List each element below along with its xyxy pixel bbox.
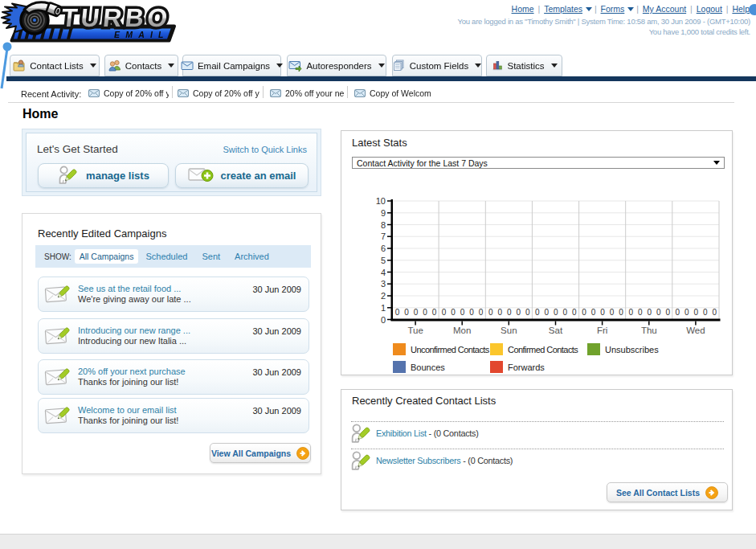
svg-text:Forwards: Forwards (508, 363, 545, 372)
svg-text:0: 0 (381, 315, 386, 325)
svg-text:0: 0 (507, 308, 512, 317)
svg-text:0: 0 (665, 308, 670, 317)
svg-text:TURBO: TURBO (60, 3, 173, 32)
svg-text:2: 2 (381, 291, 386, 301)
svg-text:Fri: Fri (597, 326, 607, 335)
svg-text:Sat: Sat (549, 326, 563, 335)
svg-text:Bounces: Bounces (411, 363, 445, 372)
svg-text:7: 7 (381, 231, 386, 241)
svg-text:0: 0 (591, 308, 596, 317)
svg-text:0: 0 (694, 308, 699, 317)
svg-text:0: 0 (647, 308, 652, 317)
svg-text:0: 0 (423, 308, 427, 317)
svg-text:0: 0 (432, 308, 437, 317)
svg-text:0: 0 (404, 308, 409, 317)
svg-text:5: 5 (381, 256, 386, 265)
svg-text:0: 0 (395, 308, 400, 317)
svg-text:0: 0 (460, 308, 465, 317)
svg-text:6: 6 (381, 244, 386, 253)
svg-text:4: 4 (381, 268, 386, 277)
svg-text:0: 0 (535, 308, 540, 317)
svg-text:0: 0 (656, 308, 661, 317)
svg-text:0: 0 (517, 308, 521, 317)
svg-text:0: 0 (713, 308, 717, 317)
svg-text:0: 0 (488, 308, 493, 317)
svg-text:10: 10 (376, 196, 386, 206)
svg-text:9: 9 (381, 208, 386, 218)
svg-text:Thu: Thu (641, 326, 657, 335)
svg-text:0: 0 (525, 308, 530, 317)
svg-text:Confirmed Contacts: Confirmed Contacts (508, 345, 578, 354)
svg-text:0: 0 (610, 308, 615, 317)
svg-text:Mon: Mon (453, 326, 471, 335)
svg-text:0: 0 (582, 308, 586, 317)
svg-text:0: 0 (638, 308, 643, 317)
svg-text:0: 0 (545, 308, 550, 317)
svg-text:0: 0 (676, 308, 680, 317)
svg-text:3: 3 (381, 279, 386, 289)
svg-text:0: 0 (572, 308, 577, 317)
svg-text:8: 8 (381, 220, 386, 230)
svg-text:0: 0 (479, 308, 484, 317)
svg-text:0: 0 (600, 308, 605, 317)
svg-text:Sun: Sun (501, 326, 517, 335)
svg-text:Tue: Tue (407, 326, 423, 335)
svg-text:Unsubscribes: Unsubscribes (605, 345, 659, 354)
svg-text:1: 1 (381, 303, 386, 313)
svg-text:0: 0 (619, 308, 623, 317)
svg-text:0: 0 (554, 308, 558, 317)
svg-text:0: 0 (451, 308, 456, 317)
svg-text:0: 0 (703, 308, 708, 317)
svg-text:0: 0 (414, 308, 419, 317)
svg-text:0: 0 (628, 308, 633, 317)
svg-text:0: 0 (563, 308, 568, 317)
svg-text:0: 0 (469, 308, 474, 317)
svg-text:Wed: Wed (686, 326, 705, 335)
svg-text:Unconfirmed Contacts: Unconfirmed Contacts (411, 345, 490, 354)
svg-text:0: 0 (684, 308, 689, 317)
svg-text:0: 0 (498, 308, 503, 317)
svg-text:0: 0 (442, 308, 447, 317)
